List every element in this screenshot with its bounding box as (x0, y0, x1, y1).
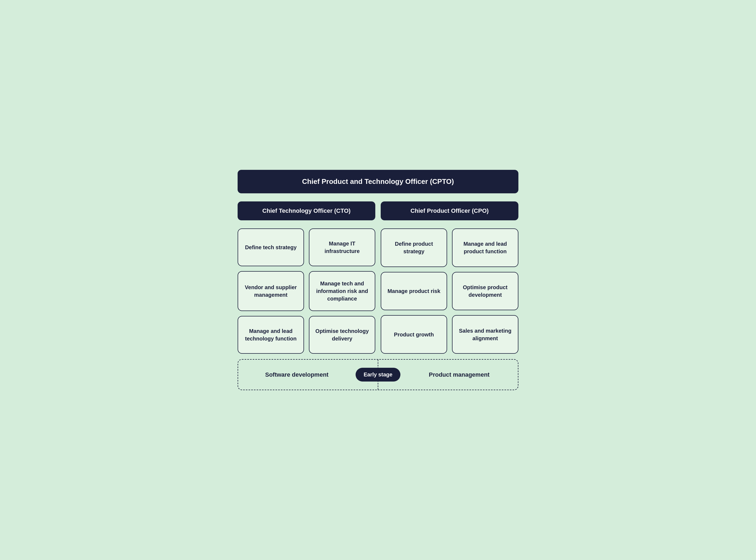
cell-manage-it-infrastructure: Manage IT infrastructure (309, 228, 375, 266)
main-grid-wrapper: Define tech strategy Manage IT infrastru… (238, 228, 518, 354)
cpto-label: Chief Product and Technology Officer (CP… (302, 177, 454, 185)
cell-define-tech-strategy: Define tech strategy (238, 228, 304, 266)
cell-text: Optimise product development (458, 283, 513, 299)
cpo-bar: Chief Product Officer (CPO) (381, 201, 518, 220)
cell-text: Manage product risk (387, 287, 440, 295)
cell-text: Sales and marketing alignment (458, 327, 513, 342)
cell-vendor-supplier-management: Vendor and supplier management (238, 271, 304, 311)
cell-text: Vendor and supplier management (243, 283, 298, 299)
cell-text: Product growth (394, 331, 434, 338)
cell-text: Optimise technology delivery (315, 327, 370, 342)
cell-product-growth: Product growth (381, 315, 447, 354)
cell-text: Define product strategy (386, 240, 441, 255)
cpo-grid: Define product strategy Manage and lead … (381, 228, 518, 354)
software-development-label: Software development (265, 371, 329, 378)
cto-grid: Define tech strategy Manage IT infrastru… (238, 228, 375, 354)
cell-optimise-product-development: Optimise product development (452, 272, 518, 311)
cpo-label: Chief Product Officer (CPO) (411, 207, 489, 214)
cell-text: Manage tech and information risk and com… (315, 280, 370, 302)
cell-manage-product-risk: Manage product risk (381, 272, 447, 311)
cell-manage-lead-technology-function: Manage and lead technology function (238, 316, 304, 354)
cell-optimise-technology-delivery: Optimise technology delivery (309, 316, 375, 354)
cell-define-product-strategy: Define product strategy (381, 228, 447, 267)
cell-text: Manage IT infrastructure (315, 240, 370, 255)
cell-manage-tech-risk: Manage tech and information risk and com… (309, 271, 375, 311)
bottom-right-label: Product management (400, 371, 513, 378)
bottom-section: Software development Early stage Product… (238, 359, 518, 390)
bottom-left-label: Software development (243, 371, 356, 378)
cpto-bar: Chief Product and Technology Officer (CP… (238, 170, 518, 193)
product-management-label: Product management (429, 371, 490, 378)
cell-sales-marketing-alignment: Sales and marketing alignment (452, 315, 518, 354)
cell-manage-lead-product-function: Manage and lead product function (452, 228, 518, 267)
cell-text: Manage and lead technology function (243, 327, 298, 342)
cto-bar: Chief Technology Officer (CTO) (238, 201, 375, 220)
early-stage-badge: Early stage (356, 368, 401, 381)
cell-text: Manage and lead product function (458, 240, 513, 255)
cell-text: Define tech strategy (245, 243, 296, 251)
early-stage-label: Early stage (364, 372, 393, 378)
division-row: Chief Technology Officer (CTO) Chief Pro… (238, 201, 518, 220)
diagram-container: Chief Product and Technology Officer (CP… (230, 159, 526, 401)
cto-label: Chief Technology Officer (CTO) (262, 207, 351, 214)
